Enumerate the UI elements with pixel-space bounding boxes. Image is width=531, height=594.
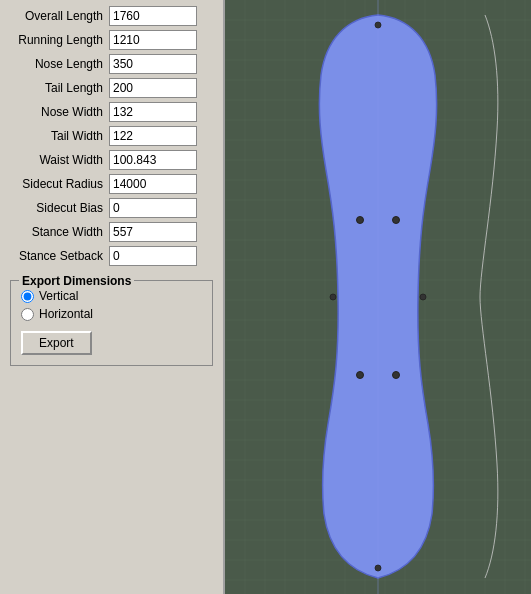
sidecut-bias-label: Sidecut Bias <box>4 201 109 215</box>
waist-width-row: Waist Width <box>4 150 219 170</box>
tail-width-row: Tail Width <box>4 126 219 146</box>
nose-width-label: Nose Width <box>4 105 109 119</box>
running-length-row: Running Length <box>4 30 219 50</box>
svg-point-52 <box>420 294 426 300</box>
tail-length-row: Tail Length <box>4 78 219 98</box>
vertical-label: Vertical <box>39 289 78 303</box>
nose-length-input[interactable] <box>109 54 197 74</box>
sidecut-radius-label: Sidecut Radius <box>4 177 109 191</box>
stance-setback-label: Stance Setback <box>4 249 109 263</box>
nose-length-row: Nose Length <box>4 54 219 74</box>
board-preview <box>225 0 531 594</box>
tail-length-input[interactable] <box>109 78 197 98</box>
svg-point-51 <box>330 294 336 300</box>
stance-width-input[interactable] <box>109 222 197 242</box>
svg-point-50 <box>375 565 381 571</box>
sidecut-radius-row: Sidecut Radius <box>4 174 219 194</box>
stance-width-label: Stance Width <box>4 225 109 239</box>
stance-setback-row: Stance Setback <box>4 246 219 266</box>
right-panel <box>225 0 531 594</box>
sidecut-bias-input[interactable] <box>109 198 197 218</box>
tail-length-label: Tail Length <box>4 81 109 95</box>
export-legend: Export Dimensions <box>19 274 134 288</box>
vertical-radio-row[interactable]: Vertical <box>21 289 202 303</box>
horizontal-label: Horizontal <box>39 307 93 321</box>
tail-width-label: Tail Width <box>4 129 109 143</box>
waist-width-label: Waist Width <box>4 153 109 167</box>
nose-width-row: Nose Width <box>4 102 219 122</box>
left-panel: Overall LengthRunning LengthNose LengthT… <box>0 0 225 594</box>
overall-length-row: Overall Length <box>4 6 219 26</box>
sidecut-bias-row: Sidecut Bias <box>4 198 219 218</box>
svg-point-47 <box>357 372 364 379</box>
svg-point-46 <box>393 217 400 224</box>
horizontal-radio-row[interactable]: Horizontal <box>21 307 202 321</box>
svg-point-49 <box>375 22 381 28</box>
export-box: Export Dimensions Vertical Horizontal Ex… <box>10 280 213 366</box>
nose-length-label: Nose Length <box>4 57 109 71</box>
vertical-radio[interactable] <box>21 290 34 303</box>
overall-length-input[interactable] <box>109 6 197 26</box>
export-button[interactable]: Export <box>21 331 92 355</box>
svg-point-45 <box>357 217 364 224</box>
overall-length-label: Overall Length <box>4 9 109 23</box>
stance-setback-input[interactable] <box>109 246 197 266</box>
horizontal-radio[interactable] <box>21 308 34 321</box>
tail-width-input[interactable] <box>109 126 197 146</box>
sidecut-radius-input[interactable] <box>109 174 197 194</box>
running-length-input[interactable] <box>109 30 197 50</box>
running-length-label: Running Length <box>4 33 109 47</box>
waist-width-input[interactable] <box>109 150 197 170</box>
svg-point-48 <box>393 372 400 379</box>
stance-width-row: Stance Width <box>4 222 219 242</box>
nose-width-input[interactable] <box>109 102 197 122</box>
